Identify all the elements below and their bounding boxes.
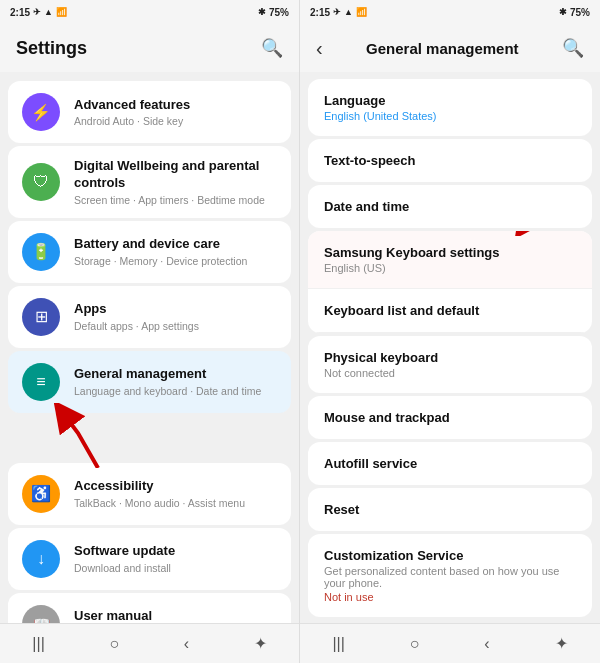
- battery-subtitle: Storage · Memory · Device protection: [74, 255, 277, 267]
- apps-title: Apps: [74, 301, 277, 318]
- right-search-icon[interactable]: 🔍: [562, 37, 584, 59]
- general-title: General management: [74, 366, 277, 383]
- advanced-icon: ⚡: [22, 93, 60, 131]
- battery-icon: 🔋: [22, 233, 60, 271]
- settings-item-general[interactable]: ≡ General management Language and keyboa…: [8, 351, 291, 413]
- left-nav-recent[interactable]: |||: [16, 629, 60, 659]
- software-text: Software update Download and install: [74, 543, 277, 574]
- right-back-button[interactable]: ‹: [316, 37, 323, 60]
- accessibility-title: Accessibility: [74, 478, 277, 495]
- customization-subtitle: Get personalized content based on how yo…: [324, 565, 576, 589]
- right-nav-recent[interactable]: |||: [316, 629, 360, 659]
- right-telegram-icon: ✈: [333, 7, 341, 17]
- samsung-keyboard-subtitle: English (US): [324, 262, 576, 274]
- manual-title: User manual: [74, 608, 277, 623]
- battery-left: 75%: [269, 7, 289, 18]
- software-subtitle: Download and install: [74, 562, 277, 574]
- right-header: ‹ General management 🔍: [300, 24, 600, 72]
- settings-item-battery[interactable]: 🔋 Battery and device care Storage · Memo…: [8, 221, 291, 283]
- right-signal-icon: 📶: [356, 7, 367, 17]
- right-bluetooth-icon: ✱: [559, 7, 567, 17]
- settings-item-advanced[interactable]: ⚡ Advanced features Android Auto · Side …: [8, 81, 291, 143]
- accessibility-subtitle: TalkBack · Mono audio · Assist menu: [74, 497, 277, 509]
- gm-item-keyboard-list[interactable]: Keyboard list and default: [308, 289, 592, 333]
- wellbeing-title: Digital Wellbeing and parental controls: [74, 158, 277, 192]
- general-subtitle: Language and keyboard · Date and time: [74, 385, 277, 397]
- gm-item-samsung-keyboard[interactable]: Samsung Keyboard settings English (US): [308, 231, 592, 289]
- gm-section-autofill: Autofill service: [308, 442, 592, 485]
- settings-item-software[interactable]: ↓ Software update Download and install: [8, 528, 291, 590]
- advanced-subtitle: Android Auto · Side key: [74, 115, 277, 127]
- mouse-title: Mouse and trackpad: [324, 410, 576, 425]
- tts-title: Text-to-speech: [324, 153, 576, 168]
- gm-section-mouse: Mouse and trackpad: [308, 396, 592, 439]
- accessibility-text: Accessibility TalkBack · Mono audio · As…: [74, 478, 277, 509]
- keyboard-list-title: Keyboard list and default: [324, 303, 576, 318]
- gm-item-tts[interactable]: Text-to-speech: [308, 139, 592, 182]
- signal-icon: 📶: [56, 7, 67, 17]
- gm-item-reset[interactable]: Reset: [308, 488, 592, 531]
- gm-section-datetime: Date and time: [308, 185, 592, 228]
- physical-title: Physical keyboard: [324, 350, 576, 365]
- gm-section-customization: Customization Service Get personalized c…: [308, 534, 592, 617]
- right-nav-back[interactable]: ‹: [468, 629, 505, 659]
- wellbeing-icon: 🛡: [22, 163, 60, 201]
- gm-section-keyboard: Samsung Keyboard settings English (US) K…: [308, 231, 592, 333]
- right-nav-home[interactable]: ○: [394, 629, 436, 659]
- physical-subtitle: Not connected: [324, 367, 576, 379]
- settings-item-apps[interactable]: ⊞ Apps Default apps · App settings: [8, 286, 291, 348]
- language-title: Language: [324, 93, 576, 108]
- advanced-text: Advanced features Android Auto · Side ke…: [74, 97, 277, 128]
- left-title: Settings: [16, 38, 87, 59]
- language-subtitle: English (United States): [324, 110, 576, 122]
- gm-section-reset: Reset: [308, 488, 592, 531]
- gm-list: Language English (United States) Text-to…: [300, 72, 600, 623]
- right-title: General management: [366, 40, 519, 57]
- left-header: Settings 🔍: [0, 24, 299, 72]
- right-status-bar: 2:15 ✈ ▲ 📶 ✱ 75%: [300, 0, 600, 24]
- settings-list: ⚡ Advanced features Android Auto · Side …: [0, 72, 299, 623]
- bluetooth-icon: ✱: [258, 7, 266, 17]
- battery-title: Battery and device care: [74, 236, 277, 253]
- left-arrow-annotation: [48, 403, 118, 468]
- right-nav-bar: ||| ○ ‹ ✦: [300, 623, 600, 663]
- autofill-title: Autofill service: [324, 456, 576, 471]
- left-search-icon[interactable]: 🔍: [261, 37, 283, 59]
- gm-item-customization[interactable]: Customization Service Get personalized c…: [308, 534, 592, 617]
- datetime-title: Date and time: [324, 199, 576, 214]
- customization-extra: Not in use: [324, 591, 576, 603]
- general-icon: ≡: [22, 363, 60, 401]
- gm-section-tts: Text-to-speech: [308, 139, 592, 182]
- left-nav-bar: ||| ○ ‹ ✦: [0, 623, 299, 663]
- settings-item-wellbeing[interactable]: 🛡 Digital Wellbeing and parental control…: [8, 146, 291, 218]
- reset-title: Reset: [324, 502, 576, 517]
- left-nav-back[interactable]: ‹: [168, 629, 205, 659]
- gm-item-language[interactable]: Language English (United States): [308, 79, 592, 136]
- right-nav-extra[interactable]: ✦: [539, 628, 584, 659]
- general-text: General management Language and keyboard…: [74, 366, 277, 397]
- left-nav-extra[interactable]: ✦: [238, 628, 283, 659]
- manual-icon: 📖: [22, 605, 60, 623]
- wellbeing-text: Digital Wellbeing and parental controls …: [74, 158, 277, 206]
- gm-item-autofill[interactable]: Autofill service: [308, 442, 592, 485]
- settings-item-manual[interactable]: 📖 User manual User manual: [8, 593, 291, 623]
- battery-text: Battery and device care Storage · Memory…: [74, 236, 277, 267]
- apps-icon: ⊞: [22, 298, 60, 336]
- gm-item-mouse[interactable]: Mouse and trackpad: [308, 396, 592, 439]
- left-nav-home[interactable]: ○: [93, 629, 135, 659]
- right-wifi-icon: ▲: [344, 7, 353, 17]
- gm-section-physical: Physical keyboard Not connected: [308, 336, 592, 393]
- right-battery: 75%: [570, 7, 590, 18]
- left-status-bar: 2:15 ✈ ▲ 📶 ✱ 75%: [0, 0, 299, 24]
- software-title: Software update: [74, 543, 277, 560]
- apps-subtitle: Default apps · App settings: [74, 320, 277, 332]
- software-icon: ↓: [22, 540, 60, 578]
- gm-item-physical[interactable]: Physical keyboard Not connected: [308, 336, 592, 393]
- advanced-title: Advanced features: [74, 97, 277, 114]
- gm-item-datetime[interactable]: Date and time: [308, 185, 592, 228]
- right-time: 2:15: [310, 7, 330, 18]
- left-time: 2:15: [10, 7, 30, 18]
- wifi-icon: ▲: [44, 7, 53, 17]
- accessibility-icon: ♿: [22, 475, 60, 513]
- settings-item-accessibility[interactable]: ♿ Accessibility TalkBack · Mono audio · …: [8, 463, 291, 525]
